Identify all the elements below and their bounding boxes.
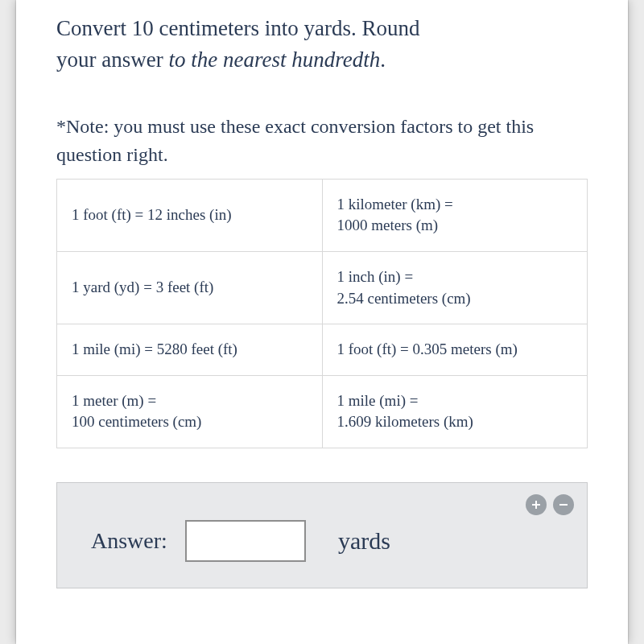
table-row: 1 yard (yd) = 3 feet (ft) 1 inch (in) = … (57, 252, 588, 324)
conv-line: 1 inch (in) = (337, 268, 414, 285)
table-row: 1 mile (mi) = 5280 feet (ft) 1 foot (ft)… (57, 324, 588, 376)
panel-controls (526, 494, 574, 515)
answer-unit: yards (338, 527, 390, 555)
conv-line: 1 mile (mi) = (337, 392, 419, 409)
conv-cell: 1 yard (yd) = 3 feet (ft) (57, 252, 323, 324)
conv-cell: 1 kilometer (km) = 1000 meters (m) (322, 179, 588, 251)
answer-label: Answer: (91, 528, 167, 554)
remove-button[interactable] (553, 494, 574, 515)
plus-icon (530, 499, 542, 510)
add-button[interactable] (526, 494, 547, 515)
conv-line: 2.54 centimeters (cm) (337, 290, 471, 307)
conv-cell: 1 mile (mi) = 1.609 kilometers (km) (322, 375, 588, 448)
answer-row: Answer: yards (73, 520, 571, 562)
conv-cell: 1 inch (in) = 2.54 centimeters (cm) (322, 252, 588, 324)
conv-line: 1.609 kilometers (km) (337, 413, 473, 430)
conv-cell: 1 foot (ft) = 0.305 meters (m) (322, 324, 588, 376)
question-line2a: your answer (56, 47, 168, 72)
conv-line: 1000 meters (m) (337, 217, 439, 233)
conv-cell: 1 meter (m) = 100 centimeters (cm) (57, 375, 323, 448)
worksheet-page: Convert 10 centimeters into yards. Round… (16, 0, 628, 644)
conv-line: 100 centimeters (cm) (72, 413, 201, 430)
question-line2c: . (380, 47, 386, 72)
conversion-table: 1 foot (ft) = 12 inches (in) 1 kilometer… (56, 179, 588, 448)
question-text: Convert 10 centimeters into yards. Round… (56, 13, 588, 76)
answer-panel: Answer: yards (56, 482, 588, 588)
conv-cell: 1 foot (ft) = 12 inches (in) (57, 179, 323, 251)
conv-cell: 1 mile (mi) = 5280 feet (ft) (57, 324, 323, 376)
conv-line: 1 kilometer (km) = (337, 196, 453, 213)
answer-input[interactable] (185, 520, 306, 562)
table-row: 1 foot (ft) = 12 inches (in) 1 kilometer… (57, 179, 588, 251)
svg-rect-2 (559, 504, 568, 506)
note-text: *Note: you must use these exact conversi… (56, 113, 588, 169)
table-row: 1 meter (m) = 100 centimeters (cm) 1 mil… (57, 375, 588, 448)
conv-line: 1 meter (m) = (72, 392, 156, 409)
question-emphasis: to the nearest hundredth (168, 47, 380, 72)
question-line1: Convert 10 centimeters into yards. Round (56, 16, 419, 40)
minus-icon (558, 499, 569, 510)
svg-rect-1 (532, 504, 540, 506)
